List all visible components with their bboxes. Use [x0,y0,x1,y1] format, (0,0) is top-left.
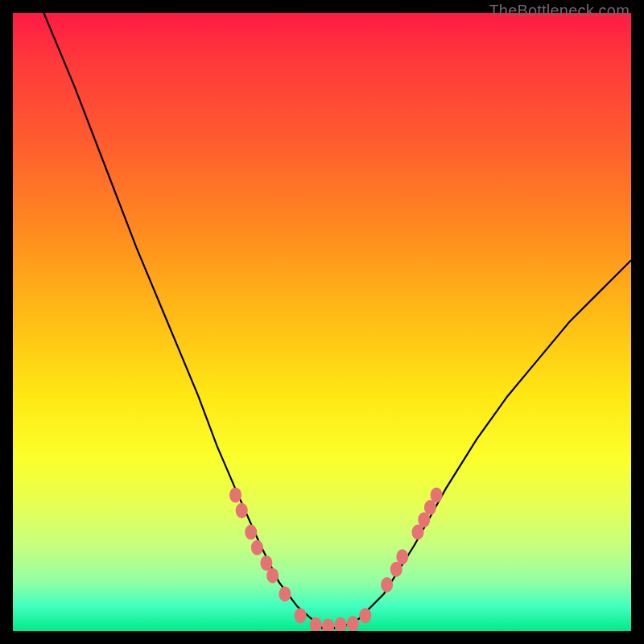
attribution-text: TheBottleneck.com [489,2,630,20]
bottleneck-curve [43,13,631,628]
curve-layer [13,13,631,631]
plot-area [13,13,631,631]
curve-marker [396,549,408,564]
curve-marker [245,525,257,540]
curve-marker [279,586,291,601]
curve-marker [322,618,334,631]
curve-marker [347,616,359,631]
curve-marker [229,488,242,503]
curve-marker [236,503,248,518]
chart-frame: TheBottleneck.com [0,0,644,644]
curve-marker [431,488,443,503]
curve-marker [251,540,263,555]
curve-marker [335,617,347,631]
curve-marker [266,568,279,583]
curve-markers [229,488,443,632]
curve-marker [381,577,393,592]
curve-marker [359,608,371,623]
curve-marker [295,608,307,623]
